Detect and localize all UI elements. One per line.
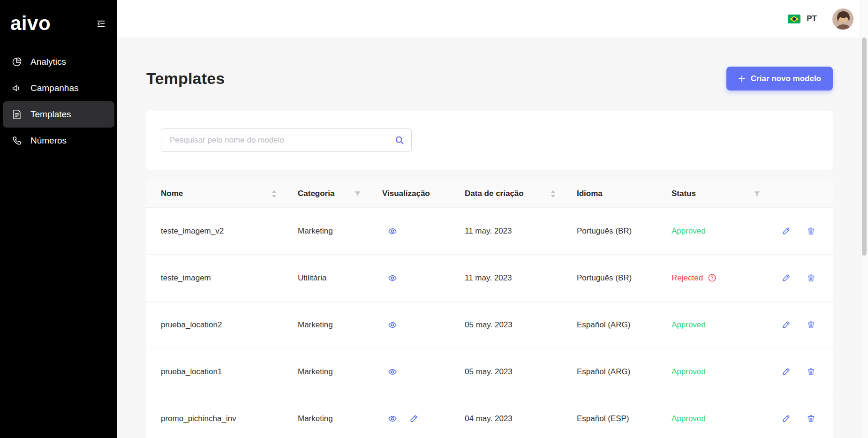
status-badge: Rejected bbox=[672, 273, 703, 283]
sidebar-item-analytics[interactable]: Analytics bbox=[3, 49, 114, 75]
page-content: Templates Criar novo modelo bbox=[146, 38, 833, 438]
column-header-categoria: Categoria bbox=[283, 180, 368, 207]
actions-cell bbox=[767, 208, 833, 254]
status-badge: Approved bbox=[672, 414, 706, 423]
column-header-visualizacao: Visualização bbox=[368, 180, 450, 207]
actions-cell bbox=[767, 255, 833, 301]
preview-cell bbox=[368, 395, 450, 438]
analytics-icon bbox=[11, 57, 22, 67]
sidebar-item-numeros[interactable]: Números bbox=[3, 128, 114, 154]
template-name: prueba_location1 bbox=[146, 348, 283, 395]
eye-icon[interactable] bbox=[388, 227, 397, 236]
aivo-logo: aivo bbox=[10, 13, 51, 34]
template-category: Marketing bbox=[283, 208, 368, 254]
edit-icon[interactable] bbox=[782, 273, 791, 282]
column-header-nome: Nome bbox=[146, 180, 283, 207]
language: Español (ARG) bbox=[562, 302, 657, 348]
search-icon[interactable] bbox=[394, 135, 405, 145]
column-header-status: Status bbox=[657, 180, 767, 207]
column-header-actions bbox=[767, 180, 833, 207]
template-name: prueba_location2 bbox=[146, 302, 283, 348]
title-row: Templates Criar novo modelo bbox=[146, 67, 833, 91]
campaigns-icon bbox=[11, 83, 22, 93]
preview-cell bbox=[368, 348, 450, 395]
language: Português (BR) bbox=[562, 208, 657, 254]
table-row: teste_imagem Utilitária 11 may. 2023 Por… bbox=[146, 255, 833, 302]
brazil-flag-icon[interactable] bbox=[788, 15, 800, 23]
actions-cell bbox=[767, 348, 833, 395]
create-template-button[interactable]: Criar novo modelo bbox=[726, 67, 833, 91]
preview-cell bbox=[368, 208, 450, 254]
eye-icon[interactable] bbox=[388, 273, 397, 283]
search-input[interactable] bbox=[161, 128, 412, 152]
numbers-icon bbox=[11, 136, 22, 146]
delete-icon[interactable] bbox=[807, 273, 815, 282]
filter-icon[interactable] bbox=[754, 190, 761, 197]
delete-icon[interactable] bbox=[807, 227, 815, 235]
template-category: Utilitária bbox=[283, 255, 368, 301]
sidebar-item-templates[interactable]: Templates bbox=[3, 101, 114, 128]
sidebar-menu: Analytics Campanhas Templates Números bbox=[0, 43, 117, 159]
column-header-idioma: Idioma bbox=[562, 180, 657, 207]
edit-icon[interactable] bbox=[782, 320, 791, 329]
status-cell: Rejected bbox=[657, 255, 767, 301]
preview-cell bbox=[368, 302, 450, 348]
sidebar-item-label: Números bbox=[30, 136, 67, 146]
sidebar-item-label: Templates bbox=[30, 109, 71, 120]
plus-icon bbox=[738, 75, 746, 83]
templates-table: Nome Categoria Visualização bbox=[146, 180, 833, 438]
table-row: prueba_location1 Marketing 05 may. 2023 … bbox=[146, 348, 833, 395]
templates-icon bbox=[11, 109, 22, 120]
eye-icon[interactable] bbox=[388, 320, 397, 330]
sidebar-item-campanhas[interactable]: Campanhas bbox=[3, 75, 114, 101]
eye-icon[interactable] bbox=[388, 367, 397, 377]
column-header-data-criacao: Data de criação bbox=[450, 180, 562, 207]
edit-icon[interactable] bbox=[782, 414, 791, 423]
delete-icon[interactable] bbox=[807, 367, 815, 376]
filter-icon[interactable] bbox=[354, 190, 361, 197]
actions-cell bbox=[767, 302, 833, 348]
sort-icon[interactable] bbox=[551, 189, 556, 198]
collapse-sidebar-icon[interactable] bbox=[96, 19, 106, 29]
template-category: Marketing bbox=[283, 348, 368, 395]
status-badge: Approved bbox=[672, 367, 706, 377]
edit-icon[interactable] bbox=[782, 367, 791, 376]
edit-icon[interactable] bbox=[409, 414, 418, 423]
create-template-label: Criar novo modelo bbox=[751, 74, 821, 83]
delete-icon[interactable] bbox=[807, 414, 815, 423]
creation-date: 11 may. 2023 bbox=[450, 208, 562, 254]
template-name: teste_imagem_v2 bbox=[146, 208, 283, 254]
status-cell: Approved bbox=[657, 348, 767, 395]
status-badge: Approved bbox=[672, 320, 706, 330]
user-avatar[interactable] bbox=[832, 8, 854, 30]
sidebar-item-label: Analytics bbox=[30, 57, 66, 67]
scrollbar-thumb[interactable] bbox=[862, 38, 867, 256]
scrollbar[interactable] bbox=[860, 0, 868, 438]
table-row: promo_pichincha_inv Marketing 04 may. 20… bbox=[146, 395, 833, 438]
search-card bbox=[146, 111, 833, 170]
app-window: aivo Analytics Campanhas bbox=[0, 0, 868, 438]
table-row: prueba_location2 Marketing 05 may. 2023 … bbox=[146, 302, 833, 348]
status-badge: Approved bbox=[672, 227, 706, 236]
question-circle-icon[interactable] bbox=[708, 273, 717, 282]
table-row: teste_imagem_v2 Marketing 11 may. 2023 P… bbox=[146, 208, 833, 255]
creation-date: 04 may. 2023 bbox=[450, 395, 562, 438]
creation-date: 05 may. 2023 bbox=[450, 348, 562, 395]
language: Português (BR) bbox=[562, 255, 657, 301]
sidebar-item-label: Campanhas bbox=[30, 83, 78, 93]
sort-icon[interactable] bbox=[272, 189, 277, 198]
topbar: PT bbox=[117, 0, 868, 38]
language: Español (ARG) bbox=[562, 348, 657, 395]
page-title: Templates bbox=[146, 69, 225, 88]
creation-date: 11 may. 2023 bbox=[450, 255, 562, 301]
language-label[interactable]: PT bbox=[807, 14, 817, 23]
main-area: PT Templates Criar novo modelo bbox=[117, 0, 868, 438]
edit-icon[interactable] bbox=[782, 227, 791, 235]
status-cell: Approved bbox=[657, 395, 767, 438]
delete-icon[interactable] bbox=[807, 320, 815, 329]
eye-icon[interactable] bbox=[388, 414, 397, 423]
sidebar-header: aivo bbox=[0, 0, 117, 43]
search-box bbox=[161, 128, 412, 152]
creation-date: 05 may. 2023 bbox=[450, 302, 562, 348]
language: Español (ESP) bbox=[562, 395, 657, 438]
